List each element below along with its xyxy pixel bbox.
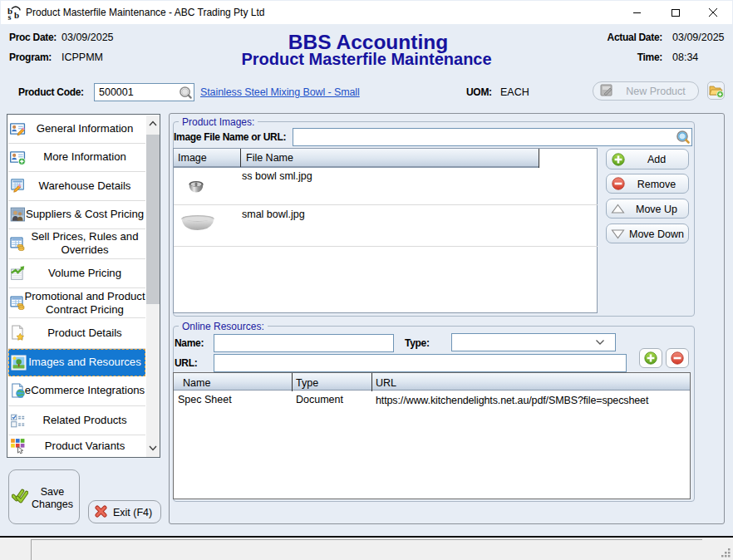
svg-text:b: b xyxy=(14,10,19,20)
svg-text:s: s xyxy=(8,12,12,21)
